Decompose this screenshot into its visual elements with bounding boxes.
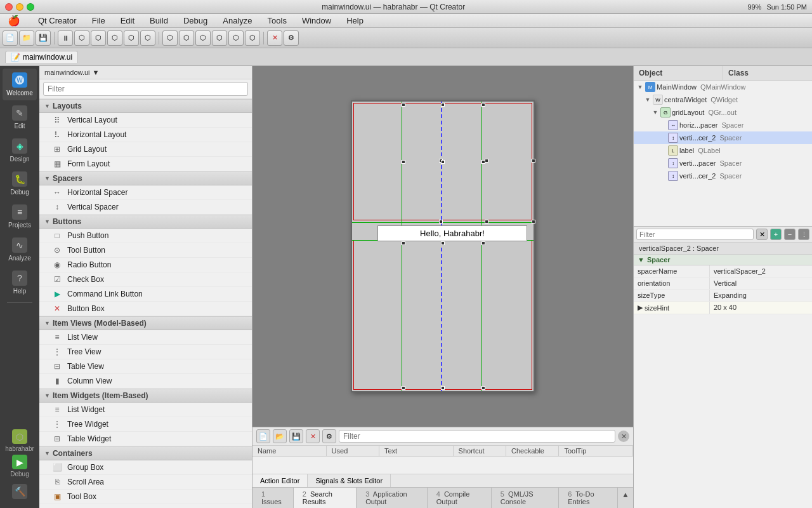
side-btn-help[interactable]: ? Help: [3, 267, 37, 298]
file-tab-mainwindow[interactable]: 📝 mainwindow.ui: [5, 51, 78, 63]
obj-vert-spacer[interactable]: ▶ ↕ verti...pacer Spacer: [634, 157, 812, 170]
widget-horizontal-layout[interactable]: Horizontal Layout: [39, 128, 252, 142]
palette-filter-input[interactable]: [43, 82, 248, 96]
menu-file[interactable]: File: [89, 15, 108, 27]
apple-menu[interactable]: 🍎: [5, 13, 23, 28]
side-btn-analyze[interactable]: ∿ Analyze: [3, 234, 37, 265]
side-btn-design[interactable]: ◈ Design: [3, 135, 37, 166]
prop-filter-clear[interactable]: ✕: [756, 229, 768, 240]
handle-bm2[interactable]: [441, 386, 445, 390]
side-btn-projects[interactable]: ≡ Projects: [3, 201, 37, 232]
maximize-button[interactable]: [27, 3, 34, 11]
obj-vert-spacer-2b[interactable]: ▶ ↕ verti...cer_2 Spacer: [634, 170, 812, 182]
prop-key-sizeHint[interactable]: ▶ sizeHint: [634, 302, 710, 314]
tab-search-results[interactable]: 2 Search Results: [294, 488, 357, 508]
handle-mid-right[interactable]: [532, 220, 535, 224]
handle-br1[interactable]: [481, 241, 485, 245]
toolbar-new[interactable]: 📄: [3, 30, 18, 46]
toolbar-open-folder[interactable]: 📁: [19, 30, 34, 46]
menu-window[interactable]: Window: [299, 15, 334, 27]
menu-debug[interactable]: Debug: [181, 15, 210, 27]
minimize-button[interactable]: [16, 3, 23, 11]
obj-label[interactable]: ▶ L label QLabel: [634, 144, 812, 157]
toolbar-layout-f[interactable]: ⬡: [212, 30, 227, 46]
category-item-views[interactable]: ▼ Item Views (Model-Based): [39, 316, 252, 330]
handle-tr[interactable]: [481, 103, 485, 107]
widget-radio-button[interactable]: Radio Button: [39, 258, 252, 272]
prop-filter-options[interactable]: ⋮: [798, 229, 809, 240]
obj-horiz-spacer[interactable]: ▶ ↔ horiz...pacer Spacer: [634, 119, 812, 131]
expand-mainwindow[interactable]: ▼: [636, 83, 644, 91]
side-btn-edit[interactable]: ✎ Edit: [3, 102, 37, 133]
toolbar-align-center[interactable]: ⬡: [91, 30, 106, 46]
widget-list-widget[interactable]: List Widget: [39, 403, 252, 417]
menu-tools[interactable]: Tools: [265, 15, 289, 27]
toolbar-red[interactable]: ✕: [267, 30, 282, 46]
handle-bm[interactable]: [441, 160, 445, 164]
prop-val-spacerName[interactable]: verticalSpacer_2: [710, 265, 812, 277]
toolbar-save[interactable]: 💾: [36, 30, 51, 46]
obj-grid-layout[interactable]: ▼ G gridLayout QGr...out: [634, 106, 812, 119]
menu-help[interactable]: Help: [344, 15, 366, 27]
menu-build[interactable]: Build: [147, 15, 171, 27]
handle-bl2[interactable]: [402, 386, 405, 390]
widget-tool-button[interactable]: Tool Button: [39, 243, 252, 258]
handle-ml[interactable]: [402, 160, 405, 164]
prop-row-spacer-name[interactable]: spacerName verticalSpacer_2: [634, 265, 812, 277]
toolbar-align-bottom[interactable]: ⬡: [140, 30, 155, 46]
hello-label-canvas[interactable]: Hello, Habrahabr!: [377, 225, 527, 241]
side-btn-run[interactable]: ▶ Debug: [3, 455, 37, 478]
toolbar-layout-h[interactable]: ⬡: [162, 30, 178, 46]
expand-grid[interactable]: ▼: [652, 109, 659, 116]
side-btn-debug[interactable]: 🐛 Debug: [3, 168, 37, 199]
tab-app-output[interactable]: 3 Application Output: [357, 488, 427, 508]
widget-push-button[interactable]: Push Button: [39, 229, 252, 243]
side-btn-welcome[interactable]: W Welcome: [3, 69, 37, 100]
handle-tm[interactable]: [441, 103, 445, 107]
widget-button-box[interactable]: Button Box: [39, 302, 252, 316]
prop-filter-input[interactable]: [636, 229, 754, 240]
prop-filter-add[interactable]: +: [770, 229, 782, 240]
bottom-filter-clear[interactable]: ✕: [618, 431, 629, 442]
widget-command-link[interactable]: Command Link Button: [39, 287, 252, 302]
canvas-inner[interactable]: Hello, Habrahabr!: [252, 66, 633, 427]
widget-column-view[interactable]: Column View: [39, 374, 252, 389]
category-buttons[interactable]: ▼ Buttons: [39, 215, 252, 229]
toolbar-align-left[interactable]: ⬡: [74, 30, 89, 46]
widget-group-box[interactable]: Group Box: [39, 460, 252, 475]
tab-compile[interactable]: 4 Compile Output: [428, 488, 492, 508]
menu-analyze[interactable]: Analyze: [220, 15, 254, 27]
prop-val-orientation[interactable]: Vertical: [710, 277, 812, 289]
widget-tab-widget[interactable]: Tab Widget: [39, 504, 252, 508]
widget-table-view[interactable]: Table View: [39, 359, 252, 374]
bottom-delete-btn[interactable]: ✕: [306, 429, 320, 443]
toolbar-layout-v[interactable]: ⬡: [179, 30, 194, 46]
bottom-new-btn[interactable]: 📄: [256, 429, 270, 443]
category-layouts[interactable]: ▼ Layouts: [39, 99, 252, 113]
prop-row-orientation[interactable]: orientation Vertical: [634, 277, 812, 290]
handle-bottom-mid[interactable]: [485, 220, 488, 224]
prop-row-sizetype[interactable]: sizeType Expanding: [634, 290, 812, 302]
handle-top-right[interactable]: [532, 159, 535, 163]
bottom-filter-input[interactable]: [339, 430, 615, 443]
side-btn-habrahabr[interactable]: ⬡ habrahabr: [3, 429, 37, 452]
widget-tree-widget[interactable]: Tree Widget: [39, 417, 252, 432]
close-button[interactable]: [5, 3, 13, 11]
category-containers[interactable]: ▼ Containers: [39, 446, 252, 460]
widget-check-box[interactable]: Check Box: [39, 272, 252, 287]
toolbar-adjust[interactable]: ⬡: [245, 30, 260, 46]
menu-edit[interactable]: Edit: [118, 15, 137, 27]
widget-tree-view[interactable]: Tree View: [39, 345, 252, 359]
side-btn-build[interactable]: 🔨: [3, 480, 37, 503]
prop-row-sizehint[interactable]: ▶ sizeHint 20 x 40: [634, 302, 812, 314]
tab-qml[interactable]: 5 QML/JS Console: [492, 488, 559, 508]
tabs-arrow-btn[interactable]: ▲: [618, 488, 633, 508]
bottom-save-btn[interactable]: 💾: [289, 429, 303, 443]
toolbar-layout-break[interactable]: ⬡: [228, 30, 244, 46]
bottom-open-btn[interactable]: 📂: [273, 429, 287, 443]
prop-filter-remove[interactable]: −: [784, 229, 796, 240]
widget-v-spacer[interactable]: Vertical Spacer: [39, 200, 252, 215]
handle-tl[interactable]: [402, 103, 405, 107]
toolbar-layout-g[interactable]: ⬡: [195, 30, 211, 46]
toolbar-align-right[interactable]: ⬡: [107, 30, 122, 46]
